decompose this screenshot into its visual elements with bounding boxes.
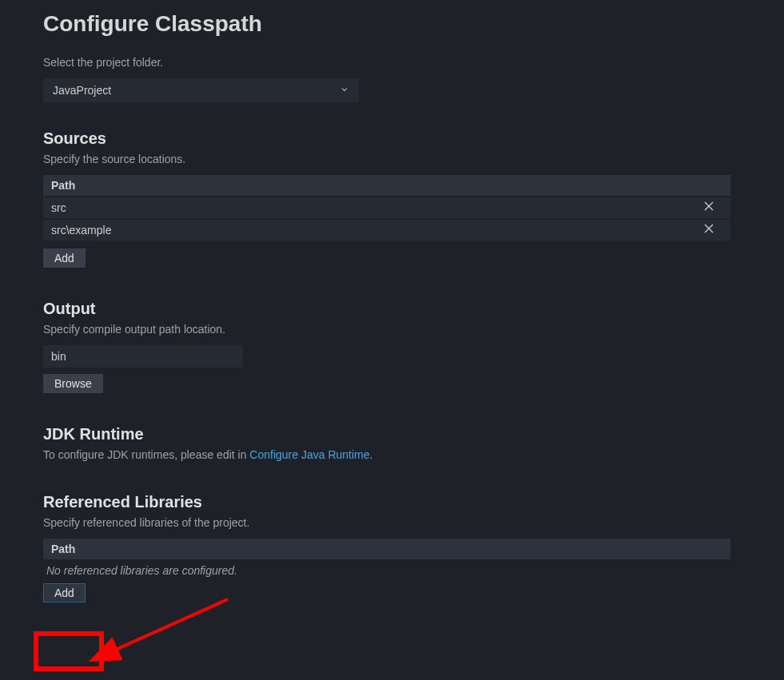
sources-title: Sources	[43, 129, 741, 148]
libs-add-button[interactable]: Add	[43, 583, 86, 602]
libs-title: Referenced Libraries	[43, 493, 741, 511]
libs-col-path: Path	[43, 539, 730, 559]
sources-row-path: src\example	[51, 224, 111, 237]
sources-row: src	[43, 197, 730, 218]
configure-java-runtime-link[interactable]: Configure Java Runtime	[249, 448, 369, 461]
page-title: Configure Classpath	[43, 11, 741, 37]
libs-desc: Specify referenced libraries of the proj…	[43, 516, 741, 529]
annotation-highlight	[34, 631, 104, 671]
libs-table: Path	[43, 539, 730, 559]
jdk-title: JDK Runtime	[43, 425, 741, 443]
sources-col-path: Path	[43, 175, 730, 196]
libs-section: Referenced Libraries Specify referenced …	[43, 493, 741, 602]
jdk-desc-prefix: To configure JDK runtimes, please edit i…	[43, 448, 249, 461]
project-dropdown-value: JavaProject	[53, 84, 111, 97]
libs-empty-message: No referenced libraries are configured.	[43, 559, 741, 580]
jdk-desc: To configure JDK runtimes, please edit i…	[43, 448, 741, 461]
project-select-label: Select the project folder.	[43, 56, 741, 69]
close-icon[interactable]	[695, 223, 722, 237]
sources-add-button[interactable]: Add	[43, 249, 86, 268]
jdk-section: JDK Runtime To configure JDK runtimes, p…	[43, 425, 741, 461]
output-path-input[interactable]: bin	[43, 345, 243, 368]
output-browse-button[interactable]: Browse	[43, 374, 103, 393]
sources-table: Path src src\example	[43, 175, 730, 241]
project-select-section: Select the project folder. JavaProject	[43, 56, 741, 102]
sources-row-path: src	[51, 201, 66, 214]
sources-row: src\example	[43, 220, 730, 241]
output-desc: Specify compile output path location.	[43, 323, 741, 336]
sources-section: Sources Specify the source locations. Pa…	[43, 129, 741, 268]
output-section: Output Specify compile output path locat…	[43, 300, 741, 393]
close-icon[interactable]	[695, 201, 722, 215]
project-dropdown[interactable]: JavaProject	[43, 78, 359, 102]
sources-desc: Specify the source locations.	[43, 153, 741, 165]
jdk-desc-suffix: .	[370, 448, 373, 461]
chevron-down-icon	[340, 84, 349, 97]
output-title: Output	[43, 300, 741, 318]
